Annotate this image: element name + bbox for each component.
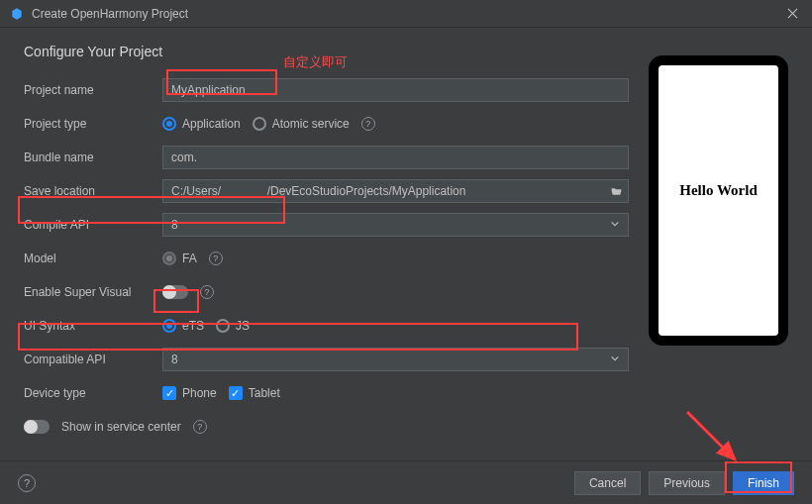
form-column: Configure Your Project Project name Proj…: [24, 44, 629, 448]
label-enable-super-visual: Enable Super Visual: [24, 285, 162, 299]
radio-atomic-service[interactable]: Atomic service: [253, 117, 350, 131]
radio-js-label: JS: [236, 319, 250, 333]
label-compile-api: Compile API: [24, 218, 162, 232]
label-bundle-name: Bundle name: [24, 151, 162, 164]
radio-application[interactable]: Application: [162, 117, 241, 131]
label-save-location: Save location: [24, 184, 162, 198]
help-icon[interactable]: ?: [193, 420, 207, 434]
cancel-button[interactable]: Cancel: [574, 471, 641, 495]
compile-api-select[interactable]: 8: [162, 213, 629, 237]
preview-text: Hello World: [679, 182, 757, 199]
window-title: Create OpenHarmony Project: [32, 7, 188, 21]
label-show-in-service-center: Show in service center: [61, 420, 181, 434]
radio-application-label: Application: [182, 117, 241, 131]
titlebar: Create OpenHarmony Project: [0, 0, 812, 28]
bundle-name-input[interactable]: [162, 146, 629, 169]
label-device-type: Device type: [24, 386, 162, 400]
label-project-type: Project type: [24, 117, 162, 131]
save-location-input[interactable]: [162, 179, 629, 203]
checkbox-tablet[interactable]: ✓: [229, 386, 243, 400]
help-icon[interactable]: ?: [361, 117, 375, 131]
label-ui-syntax: UI Syntax: [24, 319, 162, 333]
close-icon[interactable]: [782, 4, 802, 24]
radio-ets[interactable]: eTS: [162, 319, 204, 333]
show-in-service-center-toggle[interactable]: [24, 420, 50, 434]
previous-button[interactable]: Previous: [649, 471, 725, 495]
radio-model-fa-label: FA: [182, 252, 197, 265]
radio-model-fa: FA: [162, 252, 197, 265]
checkbox-tablet-label: Tablet: [249, 386, 280, 400]
label-compatible-api: Compatible API: [24, 353, 162, 366]
help-icon[interactable]: ?: [18, 474, 36, 492]
radio-atomic-service-label: Atomic service: [272, 117, 350, 131]
enable-super-visual-toggle[interactable]: [162, 285, 188, 299]
help-icon[interactable]: ?: [209, 252, 223, 265]
compile-api-value: 8: [171, 218, 178, 232]
radio-js[interactable]: JS: [216, 319, 250, 333]
checkbox-phone[interactable]: ✓: [162, 386, 176, 400]
checkbox-phone-label: Phone: [182, 386, 217, 400]
finish-button[interactable]: Finish: [733, 471, 794, 495]
label-model: Model: [24, 252, 162, 265]
chevron-down-icon: [610, 218, 620, 232]
help-icon[interactable]: ?: [200, 285, 214, 299]
footer: ? Cancel Previous Finish: [0, 460, 812, 504]
radio-ets-label: eTS: [182, 319, 204, 333]
label-project-name: Project name: [24, 83, 162, 97]
app-logo-icon: [10, 7, 24, 21]
project-name-input[interactable]: [162, 78, 629, 102]
preview-panel: Hello World: [649, 44, 788, 448]
chevron-down-icon: [610, 353, 620, 366]
compatible-api-select[interactable]: 8: [162, 348, 629, 371]
device-preview: Hello World: [649, 55, 788, 346]
compatible-api-value: 8: [171, 353, 178, 366]
annotation-text: 自定义即可: [283, 53, 348, 71]
folder-open-icon[interactable]: [609, 184, 623, 198]
